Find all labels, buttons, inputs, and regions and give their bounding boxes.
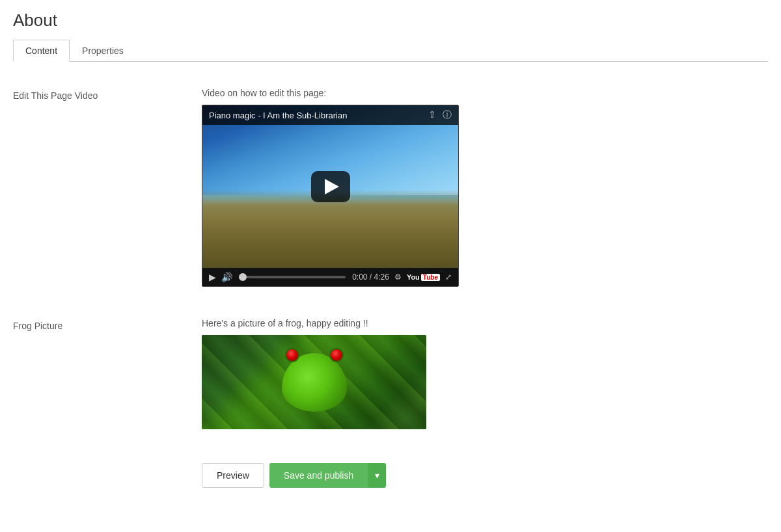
frog-description: Here's a picture of a frog, happy editin… bbox=[202, 318, 768, 328]
share-icon[interactable]: ⇧ bbox=[428, 109, 436, 121]
page-wrapper: About Content Properties Edit This Page … bbox=[0, 0, 781, 532]
frog-eye-right bbox=[329, 348, 344, 362]
preview-button[interactable]: Preview bbox=[202, 463, 264, 488]
section-edit-video: Edit This Page Video Video on how to edi… bbox=[13, 77, 768, 308]
play-triangle-icon bbox=[325, 179, 339, 194]
progress-indicator bbox=[239, 273, 247, 281]
play-button[interactable] bbox=[311, 171, 350, 202]
youtube-logo: You Tube bbox=[407, 273, 440, 281]
volume-icon[interactable]: 🔊 bbox=[221, 272, 232, 282]
video-controls: ▶ 🔊 0:00 / 4:26 ⚙ You Tube ⤢ bbox=[202, 268, 458, 286]
video-player: Piano magic - I Am the Sub-Librarian ⇧ ⓘ bbox=[202, 105, 459, 287]
progress-bar[interactable] bbox=[239, 276, 346, 278]
tab-content[interactable]: Content bbox=[13, 40, 70, 62]
fullscreen-icon[interactable]: ⤢ bbox=[445, 273, 452, 282]
info-icon[interactable]: ⓘ bbox=[443, 109, 452, 121]
time-display: 0:00 / 4:26 bbox=[352, 273, 389, 282]
tab-properties[interactable]: Properties bbox=[70, 40, 136, 62]
frog-body bbox=[282, 353, 347, 412]
publish-dropdown-button[interactable]: ▾ bbox=[368, 463, 386, 488]
section-label-frog: Frog Picture bbox=[13, 318, 202, 429]
video-title-bar: Piano magic - I Am the Sub-Librarian ⇧ ⓘ bbox=[202, 105, 458, 125]
section-content-frog: Here's a picture of a frog, happy editin… bbox=[202, 318, 768, 429]
page-title: About bbox=[13, 10, 768, 31]
section-content-video: Video on how to edit this page: Piano ma… bbox=[202, 88, 768, 287]
content-area: Edit This Page Video Video on how to edi… bbox=[13, 77, 768, 450]
frog-image bbox=[202, 335, 426, 429]
section-label-video: Edit This Page Video bbox=[13, 88, 202, 287]
section-frog-picture: Frog Picture Here's a picture of a frog,… bbox=[13, 308, 768, 450]
tabs-bar: Content Properties bbox=[13, 40, 768, 62]
settings-icon[interactable]: ⚙ bbox=[394, 273, 402, 282]
play-control-icon[interactable]: ▶ bbox=[209, 272, 216, 282]
video-title-text: Piano magic - I Am the Sub-Librarian bbox=[209, 111, 347, 120]
publish-button-group: Save and publish ▾ bbox=[269, 463, 386, 488]
action-bar: Preview Save and publish ▾ bbox=[13, 463, 768, 488]
video-thumbnail[interactable] bbox=[202, 105, 458, 268]
save-publish-button[interactable]: Save and publish bbox=[269, 463, 368, 488]
frog-eye-left bbox=[285, 348, 299, 362]
video-description: Video on how to edit this page: bbox=[202, 88, 768, 98]
